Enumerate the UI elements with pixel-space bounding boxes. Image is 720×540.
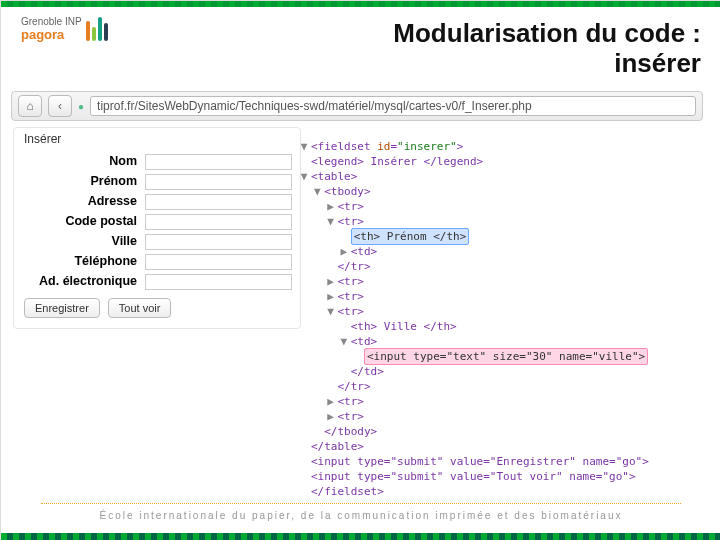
- code-line: </table>: [299, 439, 697, 454]
- insert-form: Insérer Nom Prénom Adresse Code postal V…: [13, 127, 301, 329]
- label-codepostal: Code postal: [22, 214, 145, 228]
- url-text: tiprof.fr/SitesWebDynamic/Techniques-swd…: [97, 99, 532, 113]
- form-row: Ad. électronique: [22, 272, 292, 290]
- input-prenom[interactable]: [145, 174, 292, 190]
- input-ville[interactable]: [145, 234, 292, 250]
- expand-icon[interactable]: ▼: [312, 184, 322, 199]
- code-line: ▼<tr>: [299, 214, 697, 229]
- title-line1: Modularisation du code :: [393, 19, 701, 49]
- form-row: Adresse: [22, 192, 292, 210]
- input-nom[interactable]: [145, 154, 292, 170]
- collapse-icon[interactable]: ▶: [326, 409, 336, 424]
- brand-line2: pagora: [21, 28, 82, 42]
- label-ville: Ville: [22, 234, 145, 248]
- form-row: Code postal: [22, 212, 292, 230]
- label-nom: Nom: [22, 154, 145, 168]
- label-email: Ad. électronique: [22, 274, 145, 288]
- footer-text: École internationale du papier, de la co…: [1, 510, 720, 521]
- collapse-icon[interactable]: ▶: [326, 394, 336, 409]
- site-icon: ●: [78, 101, 84, 112]
- highlighted-input-ville: <input type="text" size="30" name="ville…: [364, 348, 648, 365]
- code-line: ▶<tr>: [299, 274, 697, 289]
- form-row: Téléphone: [22, 252, 292, 270]
- expand-icon[interactable]: ▼: [299, 169, 309, 184]
- code-line: ▶<td>: [299, 244, 697, 259]
- bottom-decor-strip: [1, 533, 720, 540]
- home-button[interactable]: ⌂: [18, 95, 42, 117]
- input-telephone[interactable]: [145, 254, 292, 270]
- label-prenom: Prénom: [22, 174, 145, 188]
- viewall-button[interactable]: Tout voir: [108, 298, 172, 318]
- collapse-icon[interactable]: ▶: [339, 244, 349, 259]
- expand-icon[interactable]: ▼: [326, 214, 336, 229]
- code-line: ▶<tr>: [299, 409, 697, 424]
- label-telephone: Téléphone: [22, 254, 145, 268]
- expand-icon[interactable]: ▼: [326, 304, 336, 319]
- form-row: Ville: [22, 232, 292, 250]
- input-adresse[interactable]: [145, 194, 292, 210]
- label-adresse: Adresse: [22, 194, 145, 208]
- code-line: <input type="text" size="30" name="ville…: [299, 349, 697, 364]
- back-icon: ‹: [58, 99, 62, 113]
- input-codepostal[interactable]: [145, 214, 292, 230]
- expand-icon[interactable]: ▼: [299, 139, 309, 154]
- top-decor-strip: [1, 1, 720, 7]
- submit-button[interactable]: Enregistrer: [24, 298, 100, 318]
- code-line: </td>: [299, 364, 697, 379]
- code-line: </tr>: [299, 379, 697, 394]
- code-line: <th> Ville </th>: [299, 319, 697, 334]
- address-bar[interactable]: tiprof.fr/SitesWebDynamic/Techniques-swd…: [90, 96, 696, 116]
- input-email[interactable]: [145, 274, 292, 290]
- code-line: </tbody>: [299, 424, 697, 439]
- form-row: Nom: [22, 152, 292, 170]
- back-button[interactable]: ‹: [48, 95, 72, 117]
- code-line: ▶<tr>: [299, 199, 697, 214]
- code-line: ▼<table>: [299, 169, 697, 184]
- browser-toolbar: ⌂ ‹ ● tiprof.fr/SitesWebDynamic/Techniqu…: [11, 91, 703, 121]
- collapse-icon[interactable]: ▶: [326, 199, 336, 214]
- expand-icon[interactable]: ▼: [339, 334, 349, 349]
- slide-title: Modularisation du code : insérer: [393, 19, 701, 79]
- code-line: </tr>: [299, 259, 697, 274]
- brand-bars-icon: [86, 17, 108, 41]
- code-line: <th> Prénom </th>: [299, 229, 697, 244]
- home-icon: ⌂: [26, 99, 33, 113]
- code-line: ▼<tbody>: [299, 184, 697, 199]
- slide-footer: École internationale du papier, de la co…: [1, 497, 720, 531]
- code-line: ▼<tr>: [299, 304, 697, 319]
- dom-inspector-tree: ▼<fieldset id="inserer"> <legend> Insére…: [299, 139, 697, 499]
- collapse-icon[interactable]: ▶: [326, 274, 336, 289]
- brand-logo: Grenoble INP pagora: [21, 17, 108, 41]
- code-line: <input type="submit" value="Tout voir" n…: [299, 469, 697, 484]
- highlighted-th-prenom: <th> Prénom </th>: [351, 228, 470, 245]
- form-legend: Insérer: [24, 132, 292, 146]
- code-line: ▼<fieldset id="inserer">: [299, 139, 697, 154]
- brand-line1: Grenoble INP: [21, 17, 82, 28]
- code-line: ▼<td>: [299, 334, 697, 349]
- collapse-icon[interactable]: ▶: [326, 289, 336, 304]
- code-line: <legend> Insérer </legend>: [299, 154, 697, 169]
- code-line: <input type="submit" value="Enregistrer"…: [299, 454, 697, 469]
- form-row: Prénom: [22, 172, 292, 190]
- code-line: ▶<tr>: [299, 394, 697, 409]
- title-line2: insérer: [393, 49, 701, 79]
- code-line: ▶<tr>: [299, 289, 697, 304]
